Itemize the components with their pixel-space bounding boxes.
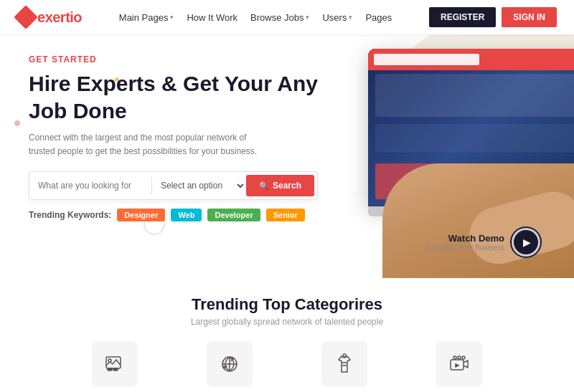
svg-point-1 (108, 359, 111, 362)
search-input[interactable] (38, 181, 146, 191)
logo-text: exertio (37, 9, 82, 26)
category-marketing[interactable]: Digital Marketing 1 Listings (183, 341, 276, 392)
category-fashion[interactable]: Fashion 0 Listings (298, 341, 391, 392)
register-button[interactable]: REGISTER (429, 7, 496, 27)
graphics-design-icon (103, 353, 126, 376)
marketing-icon-bg (207, 341, 253, 387)
hero-title: Hire Experts & Get Your Any Job Done (29, 70, 318, 124)
search-divider (151, 177, 152, 194)
categories-grid: Graphics & Design 0 Listings Digital Mar… (22, 341, 552, 392)
search-bar: Select an option 🔍 Search (29, 171, 318, 200)
trending-label: Trending Keywords: (29, 210, 111, 220)
svg-marker-10 (232, 358, 234, 360)
category-select[interactable]: Select an option (158, 180, 246, 191)
graphics-icon-bg (92, 341, 138, 387)
trending-keywords: Trending Keywords: Designer Web Develope… (29, 209, 318, 221)
hero-left: GET STARTED Hire Experts & Get Your Any … (0, 34, 339, 278)
svg-point-13 (343, 354, 346, 357)
watch-demo-subtitle: Jumpstart Your Business (425, 244, 504, 252)
category-graphics[interactable]: Graphics & Design 0 Listings (68, 341, 161, 392)
hero-right: Watch Demo Jumpstart Your Business ▶ (339, 34, 574, 278)
svg-point-18 (458, 356, 461, 359)
chevron-down-icon: ▾ (306, 14, 309, 21)
tag-designer[interactable]: Designer (117, 209, 165, 221)
nav-buttons: REGISTER SIGN IN (429, 7, 557, 27)
category-video[interactable]: Video & Animation 1 Listings (413, 341, 506, 392)
nav-browse-jobs[interactable]: Browse Jobs ▾ (250, 12, 309, 23)
play-button[interactable]: ▶ (512, 228, 540, 257)
logo[interactable]: exertio (17, 9, 82, 26)
nav-users[interactable]: Users ▾ (322, 12, 352, 23)
hero-subtitle: Connect with the largest and the most po… (29, 131, 273, 158)
categories-subtitle: Largest globally spread network of talen… (22, 317, 552, 327)
signin-button[interactable]: SIGN IN (502, 7, 557, 27)
svg-point-17 (453, 356, 456, 359)
nav-how-it-work[interactable]: How It Work (187, 12, 237, 23)
chevron-down-icon: ▾ (170, 14, 174, 21)
tag-developer[interactable]: Developer (207, 209, 260, 221)
watch-demo-text: Watch Demo Jumpstart Your Business (425, 233, 504, 252)
get-started-label: GET STARTED (29, 54, 318, 64)
svg-marker-20 (456, 364, 458, 367)
categories-title: Trending Top Categorires (22, 295, 552, 314)
search-icon: 🔍 (259, 181, 269, 191)
video-animation-icon (448, 353, 471, 376)
digital-marketing-icon (218, 353, 241, 376)
tag-senior[interactable]: Senior (266, 209, 305, 221)
watch-demo: Watch Demo Jumpstart Your Business ▶ (425, 228, 540, 257)
fashion-icon-bg (321, 341, 367, 387)
search-button[interactable]: 🔍 Search (246, 175, 314, 196)
svg-point-19 (462, 356, 465, 359)
logo-diamond-icon (14, 5, 38, 29)
nav-links: Main Pages ▾ How It Work Browse Jobs ▾ U… (119, 12, 392, 23)
play-icon: ▶ (523, 236, 531, 248)
nav-pages[interactable]: Pages (365, 12, 392, 23)
fashion-icon (333, 353, 356, 376)
video-icon-bg (436, 341, 482, 387)
chevron-down-icon: ▾ (349, 14, 352, 21)
tag-web[interactable]: Web (171, 209, 202, 221)
categories-section: Trending Top Categorires Largest globall… (0, 278, 574, 392)
navbar: exertio Main Pages ▾ How It Work Browse … (0, 0, 574, 34)
hero-section: GET STARTED Hire Experts & Get Your Any … (0, 34, 574, 278)
nav-main-pages[interactable]: Main Pages ▾ (119, 12, 174, 23)
watch-demo-title: Watch Demo (425, 233, 504, 244)
